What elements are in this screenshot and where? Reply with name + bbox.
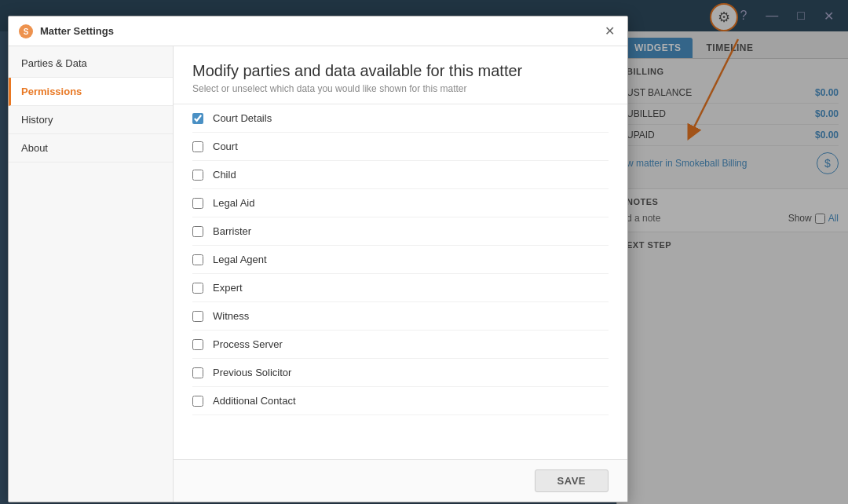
checkbox-witness[interactable]	[192, 311, 203, 322]
matter-settings-modal: S Matter Settings ✕ Parties & Data Permi…	[8, 16, 628, 502]
app-logo: S	[18, 24, 34, 39]
label-barrister: Barrister	[213, 225, 251, 237]
modal-heading: Modify parties and data available for th…	[192, 62, 609, 80]
modal-footer: SAVE	[174, 459, 627, 502]
checklist-item-child: Child	[192, 161, 609, 189]
label-legal-agent: Legal Agent	[213, 254, 267, 265]
checkbox-previous-solicitor[interactable]	[192, 367, 203, 378]
modal-title-text: Matter Settings	[40, 25, 601, 37]
checklist-scroll-area: Court Details Court Child Legal Aid	[174, 104, 627, 415]
modal-sidebar: Parties & Data Permissions History About	[9, 46, 174, 502]
modal-subheading: Select or unselect which data you would …	[192, 83, 609, 94]
checklist-item-previous-solicitor: Previous Solicitor	[192, 359, 609, 387]
checkbox-legal-agent[interactable]	[192, 254, 203, 265]
checklist-item-barrister: Barrister	[192, 217, 609, 246]
checklist-item-legal-agent: Legal Agent	[192, 246, 609, 274]
checklist-item-court-details: Court Details	[192, 104, 609, 133]
checklist-item-expert: Expert	[192, 274, 609, 302]
checkbox-additional-contact[interactable]	[192, 396, 203, 407]
label-legal-aid: Legal Aid	[213, 197, 255, 209]
save-button[interactable]: SAVE	[535, 469, 609, 492]
checkbox-expert[interactable]	[192, 283, 203, 294]
label-process-server: Process Server	[213, 338, 283, 350]
label-witness: Witness	[213, 310, 249, 322]
checklist-container: Court Details Court Child Legal Aid	[174, 104, 627, 459]
modal-main-content: Modify parties and data available for th…	[174, 46, 627, 502]
checklist-item-additional-contact: Additional Contact	[192, 387, 609, 415]
checkbox-process-server[interactable]	[192, 339, 203, 350]
checklist-item-court: Court	[192, 133, 609, 161]
checkbox-legal-aid[interactable]	[192, 198, 203, 209]
modal-body: Parties & Data Permissions History About…	[9, 46, 627, 502]
checkbox-barrister[interactable]	[192, 226, 203, 237]
modal-header: Modify parties and data available for th…	[174, 46, 627, 104]
label-court-details: Court Details	[213, 112, 272, 124]
label-additional-contact: Additional Contact	[213, 395, 296, 407]
sidebar-item-permissions[interactable]: Permissions	[9, 78, 173, 106]
modal-close-button[interactable]: ✕	[601, 24, 618, 39]
label-expert: Expert	[213, 282, 243, 294]
sidebar-item-parties-data[interactable]: Parties & Data	[9, 49, 173, 78]
checklist-item-legal-aid: Legal Aid	[192, 189, 609, 217]
checklist-item-process-server: Process Server	[192, 331, 609, 359]
label-court: Court	[213, 141, 238, 152]
sidebar-item-history[interactable]: History	[9, 106, 173, 134]
checklist-item-witness: Witness	[192, 302, 609, 331]
checkbox-court-details[interactable]	[192, 113, 203, 124]
sidebar-item-about[interactable]: About	[9, 134, 173, 163]
checkbox-court[interactable]	[192, 141, 203, 152]
label-previous-solicitor: Previous Solicitor	[213, 367, 291, 378]
checkbox-child[interactable]	[192, 170, 203, 181]
svg-text:S: S	[24, 27, 29, 36]
label-child: Child	[213, 169, 236, 181]
modal-titlebar: S Matter Settings ✕	[9, 16, 627, 46]
